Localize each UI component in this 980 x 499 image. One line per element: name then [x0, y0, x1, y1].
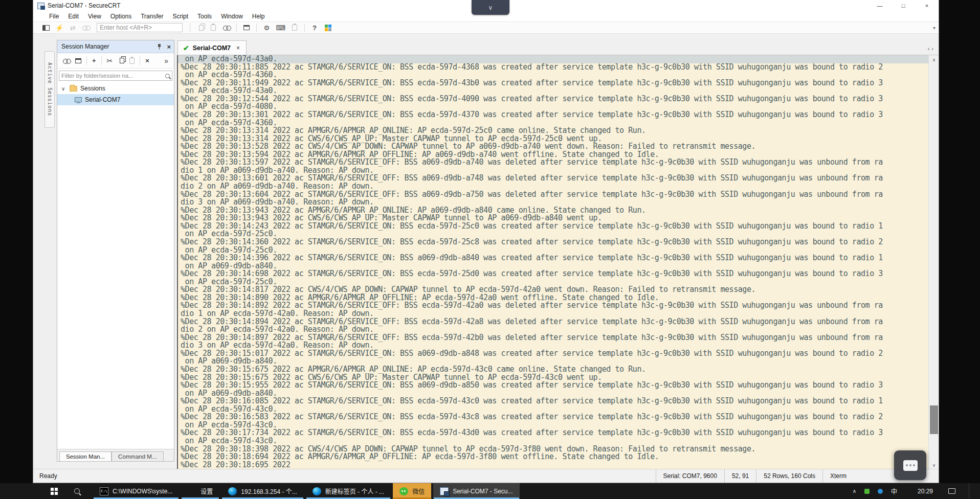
toolbar-overflow-chevron-icon[interactable]: » [164, 57, 168, 65]
menu-tools[interactable]: Tools [193, 12, 216, 21]
securecrt-icon [440, 487, 449, 495]
toolbar-overflow-icon[interactable]: ▾ [933, 25, 936, 31]
menu-transfer[interactable]: Transfer [136, 12, 168, 21]
taskbar-search-button[interactable] [65, 483, 88, 499]
status-emulation: Xterm [822, 469, 854, 483]
chevron-down-icon[interactable]: ∨ [61, 86, 66, 92]
find-icon[interactable] [222, 25, 231, 30]
terminal-line: %Dec 28 20:30:14:243 2022 ac STAMGR/6/SE… [178, 222, 928, 231]
menu-help[interactable]: Help [248, 12, 270, 21]
taskbar-button-wechat[interactable]: 微信 [393, 483, 431, 499]
terminal-line: %Dec 28 20:30:14:396 2022 ac STAMGR/6/SE… [178, 254, 928, 262]
new-session-icon[interactable]: + [92, 57, 96, 64]
help-icon[interactable]: ? [310, 24, 319, 32]
terminal-line: %Dec 28 20:30:12:544 2022 ac STAMGR/6/SE… [178, 95, 928, 103]
menu-script[interactable]: Script [168, 12, 193, 21]
terminal-output[interactable]: on AP ecda-597d-43a0.%Dec 28 20:30:11:88… [177, 55, 928, 469]
status-serial: Serial: COM7, 9600 [656, 469, 724, 483]
window-controls: — □ × [868, 0, 939, 11]
paste-icon[interactable] [209, 25, 217, 31]
scroll-down-icon[interactable]: ∨ [929, 461, 939, 469]
screen-overlay-collapse-pill[interactable]: ∨ [472, 0, 509, 15]
menu-view[interactable]: View [83, 12, 106, 21]
reconnect-icon[interactable]: ⇄ [69, 24, 77, 32]
taskbar-button-edge[interactable]: 新建标签页 - 个人 - ... [306, 483, 391, 499]
cmd-icon: C:\ [100, 487, 108, 495]
menu-file[interactable]: File [44, 12, 63, 21]
tab-serial-com7[interactable]: ✔ Serial-COM7 × [177, 40, 247, 55]
disconnect-icon[interactable] [82, 25, 90, 30]
taskbar-button-cmd[interactable]: C:\C:\WINDOWS\syste... [93, 483, 179, 499]
delete-session-icon[interactable]: × [145, 57, 149, 64]
active-sessions-side-tab[interactable]: Active Sessions [44, 51, 55, 128]
clock[interactable]: 20:29 [918, 488, 933, 495]
close-button[interactable]: × [915, 0, 939, 11]
scroll-up-icon[interactable]: ∧ [929, 55, 939, 64]
options-gear-icon[interactable]: ⚙ [262, 24, 271, 32]
taskbar-button-gear[interactable]: 设置 [181, 483, 219, 499]
tree-item-sessions-folder[interactable]: ∨ Sessions [57, 83, 174, 94]
menu-window[interactable]: Window [216, 12, 248, 21]
status-cells: Serial: COM7, 960052, 9152 Rows, 160 Col… [656, 469, 854, 483]
tab-session-manager[interactable]: Session Man... [59, 451, 112, 461]
taskbar-button-securecrt[interactable]: Serial-COM7 - Secu... [433, 483, 519, 499]
status-ready: Ready [33, 472, 57, 480]
toolbar-separator [304, 24, 305, 32]
wechat-icon [399, 487, 408, 495]
tab-scroll-left-icon[interactable]: ‹ [928, 46, 930, 52]
window-title: Serial-COM7 - SecureCRT [48, 2, 120, 9]
tab-close-icon[interactable]: × [236, 44, 240, 52]
connect-in-tab-icon[interactable] [75, 58, 81, 63]
tab-scroll-right-icon[interactable]: › [931, 46, 933, 52]
keymap-icon[interactable]: ⌨ [276, 24, 285, 32]
show-desktop-button[interactable] [969, 483, 971, 499]
terminal-line: %Dec 28 20:30:18:694 2022 ac APMGR/6/APM… [178, 453, 928, 461]
session-manager-toggle-icon[interactable] [42, 25, 50, 31]
terminal-line: %Dec 28 20:30:18:695 2022 [178, 461, 928, 469]
connect-icon[interactable] [63, 58, 70, 63]
menu-options[interactable]: Options [106, 12, 136, 21]
maximize-button[interactable]: □ [892, 0, 915, 11]
tray-network-icon[interactable] [878, 489, 883, 494]
terminal-scrollbar[interactable]: ∧ ∨ [928, 55, 939, 469]
minimize-button[interactable]: — [868, 0, 892, 11]
scrollbar-thumb[interactable] [930, 405, 938, 434]
taskbar-button-label: 192.168.3.254 - 个... [241, 487, 297, 495]
copy-icon[interactable] [196, 25, 204, 31]
securecrt-window: Serial-COM7 - SecureCRT — □ × FileEditVi… [33, 0, 939, 483]
start-button[interactable] [43, 483, 65, 499]
copy-session-icon[interactable] [118, 58, 124, 63]
desktop: Serial-COM7 - SecureCRT — □ × FileEditVi… [0, 0, 980, 499]
left-dock-strip: Active Sessions [33, 34, 57, 469]
wechat-floating-overlay[interactable] [894, 450, 926, 480]
host-input[interactable] [97, 23, 183, 32]
session-filter-input[interactable] [61, 73, 165, 79]
taskbar-button-edge[interactable]: 192.168.3.254 - 个... [221, 483, 303, 499]
tray-chevron-up-icon[interactable]: ∧ [853, 488, 856, 494]
tab-command-manager[interactable]: Command M... [112, 451, 163, 461]
toolbar-separator [236, 24, 237, 32]
web-tiles-icon[interactable] [324, 25, 332, 31]
filter-search-icon [165, 74, 170, 78]
windows-logo-icon [51, 488, 54, 491]
tree-item-serial-com7[interactable]: Serial-COM7 [57, 94, 174, 105]
print-icon[interactable] [242, 25, 251, 30]
ime-indicator[interactable]: 中 [891, 487, 897, 495]
terminal-line: %Dec 28 20:30:16:583 2022 ac STAMGR/6/SE… [178, 413, 928, 421]
quick-connect-icon[interactable]: ⚡ [55, 24, 63, 32]
session-options-icon[interactable] [291, 25, 299, 31]
pin-icon[interactable] [157, 43, 162, 50]
taskbar-button-label: 设置 [201, 487, 213, 495]
paste-session-icon[interactable] [129, 58, 135, 64]
menu-edit[interactable]: Edit [63, 12, 83, 21]
cut-icon[interactable]: ✂ [107, 57, 113, 65]
system-tray: ∧ 中 20:29 [853, 483, 980, 499]
terminal-line: %Dec 28 20:30:13:301 2022 ac STAMGR/6/SE… [178, 111, 928, 119]
terminal-line: %Dec 28 20:30:14:698 2022 ac STAMGR/6/SE… [178, 270, 928, 278]
panel-close-icon[interactable]: × [167, 43, 171, 51]
notification-center-icon[interactable] [948, 488, 955, 494]
tray-wechat-icon[interactable] [864, 489, 870, 494]
session-manager-title: Session Manager [61, 43, 109, 50]
main-area: Active Sessions Session Manager × + [33, 34, 939, 469]
taskbar-button-label: 微信 [412, 487, 425, 495]
